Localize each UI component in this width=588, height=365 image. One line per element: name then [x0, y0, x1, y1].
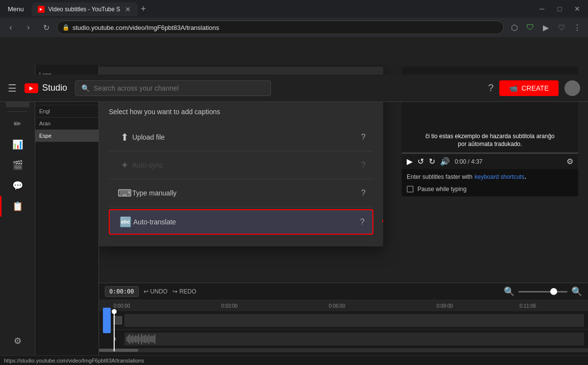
timeline-cursor [114, 311, 115, 351]
minimize-button[interactable]: ─ [535, 2, 549, 16]
zoom-out-button[interactable]: 🔍 [504, 286, 514, 297]
header-actions: ? 📹 CREATE [488, 80, 580, 96]
sidebar-item-comments[interactable]: 💬 [0, 175, 35, 196]
marker-3: 0:09:00 [437, 303, 453, 309]
reload-button[interactable]: ↻ [39, 21, 53, 34]
forward-button[interactable]: ↻ [429, 157, 435, 166]
toolbar-actions: ⬡ 🛡 ▶ ♡ ⋮ [508, 21, 584, 34]
sidebar-item-analytics[interactable]: 📊 [0, 134, 35, 155]
redo-button[interactable]: ↪ REDO [172, 288, 196, 295]
panel-item-aran[interactable]: Aran [35, 118, 98, 130]
sidebar-item-edit[interactable]: ✏ [0, 114, 35, 134]
tab-close-button[interactable]: ✕ [124, 5, 132, 13]
zoom-slider[interactable] [518, 291, 567, 292]
upload-label: Upload file [132, 133, 361, 141]
comments-icon: 💬 [12, 180, 23, 191]
volume-button[interactable]: 🔊 [440, 157, 450, 166]
marker-2: 0:06:00 [329, 303, 345, 309]
scrollbar-thumb[interactable] [99, 349, 138, 352]
video-controls: ▶ ↺ ↻ 🔊 0:00 / 4:37 ⚙ [402, 154, 578, 169]
camera-icon: 📹 [509, 84, 517, 92]
maximize-button[interactable]: □ [553, 2, 566, 16]
active-tab[interactable]: Video subtitles - YouTube S ✕ [32, 2, 138, 16]
option-upload[interactable]: ⬆ Upload file ? [109, 125, 373, 149]
caption-hint-text: Enter subtitles faster with [407, 173, 472, 180]
zoom-in-button[interactable]: 🔍 [571, 286, 582, 297]
caption-hint: Enter subtitles faster with keyboard sho… [402, 169, 578, 184]
play-button[interactable]: ▶ [407, 157, 413, 166]
yt-search-bar[interactable]: 🔍 [75, 80, 271, 96]
timeline-area: 0:00:00 ↩ UNDO ↪ REDO 🔍 🔍 [99, 283, 588, 355]
browser-tabs: Video subtitles - YouTube S ✕ + [32, 2, 531, 16]
browser-titlebar: Menu Video subtitles - YouTube S ✕ + ─ □… [0, 0, 588, 18]
manual-help-icon[interactable]: ? [361, 189, 366, 197]
red-arrow-container [377, 209, 383, 235]
manual-icon: ⌨ [117, 187, 132, 199]
back-button[interactable]: ‹ [4, 21, 18, 34]
sidebar-item-settings[interactable]: ⚙ [14, 331, 22, 351]
forward-button[interactable]: › [22, 21, 35, 34]
heart-button[interactable]: ♡ [555, 21, 568, 34]
upload-help-icon[interactable]: ? [361, 133, 366, 142]
sidebar-item-videos[interactable]: 🎬 [0, 155, 35, 175]
search-input[interactable] [94, 84, 265, 92]
blue-track-block [103, 308, 111, 333]
videos-icon: 🎬 [12, 160, 23, 170]
pause-checkbox[interactable] [407, 186, 414, 193]
menu-button[interactable]: ⋮ [570, 21, 584, 34]
cursor-dot [112, 309, 117, 314]
address-text: studio.youtube.com/video/ImgF6pbt83A/tra… [73, 24, 219, 31]
settings-button[interactable]: ⚙ [566, 157, 573, 166]
shield-button[interactable]: 🛡 [523, 21, 537, 34]
marker-4: 0:11:06 [519, 303, 536, 309]
yt-studio-text: Studio [42, 83, 67, 93]
timeline-toolbar: 0:00:00 ↩ UNDO ↪ REDO 🔍 🔍 [99, 283, 588, 300]
screenshot-button[interactable]: ⬡ [508, 21, 521, 34]
waveform [126, 333, 582, 345]
panel-item-espe[interactable]: Espe [35, 130, 98, 142]
subtitle-track: ⬛ [99, 311, 588, 330]
browser-toolbar: ‹ › ↻ 🔒 studio.youtube.com/video/ImgF6pb… [0, 18, 588, 37]
sidebar-bottom: ⚙ [14, 331, 22, 351]
yt-logo-icon: ▶ [24, 83, 38, 93]
yt-logo: ▶ Studio [24, 83, 67, 93]
yt-studio-app: ☰ ▶ Studio 🔍 ? 📹 CREATE [0, 37, 588, 365]
search-icon: 🔍 [81, 84, 90, 92]
autotranslate-icon: 🔤 [118, 216, 133, 228]
create-label: CREATE [521, 84, 549, 92]
undo-button[interactable]: ↩ UNDO [144, 288, 168, 295]
play-button[interactable]: ▶ [539, 21, 553, 34]
rewind-button[interactable]: ↺ [417, 157, 424, 166]
zoom-controls: 🔍 🔍 [504, 286, 582, 297]
total-time: 4:37 [471, 158, 482, 165]
close-button[interactable]: ✕ [570, 2, 584, 16]
keyboard-shortcuts-link[interactable]: keyboard shortcuts [475, 173, 524, 180]
marker-1: 0:03:00 [221, 303, 238, 309]
edit-icon: ✏ [14, 119, 21, 129]
option-autosync: ✦ Auto-sync ? [109, 153, 373, 177]
redo-label: REDO [179, 288, 196, 295]
browser-menu-button[interactable]: Menu [4, 3, 28, 15]
tab-label: Video subtitles - YouTube S [49, 6, 121, 13]
autotranslate-help-icon[interactable]: ? [360, 218, 365, 226]
user-avatar[interactable] [564, 80, 580, 96]
current-time: 0:00 [455, 158, 466, 165]
modal-subtitle: Select how you want to add captions [109, 108, 373, 116]
analytics-icon: 📊 [12, 139, 23, 150]
panel-item-engl3[interactable]: Engl [35, 105, 98, 118]
create-button[interactable]: 📹 CREATE [499, 80, 559, 96]
main-content-area: ← ✏ 📊 🎬 💬 📋 [0, 65, 588, 355]
option-manual[interactable]: ⌨ Type manually ? [109, 181, 373, 205]
timeline-scrollbar[interactable] [99, 348, 588, 352]
undo-icon: ↩ [144, 288, 148, 295]
settings-icon: ⚙ [14, 336, 22, 346]
yt-play-icon: ▶ [29, 85, 33, 91]
address-bar[interactable]: 🔒 studio.youtube.com/video/ImgF6pbt83A/t… [57, 21, 504, 34]
new-tab-button[interactable]: + [139, 2, 148, 16]
option-autotranslate[interactable]: 🔤 Auto-translate ? [109, 209, 373, 235]
hamburger-menu[interactable]: ☰ [8, 82, 17, 94]
redo-icon: ↪ [172, 288, 177, 295]
help-button[interactable]: ? [488, 82, 493, 94]
sidebar-item-subtitles[interactable]: 📋 [0, 196, 35, 217]
autotranslate-label: Auto-translate [133, 218, 360, 226]
